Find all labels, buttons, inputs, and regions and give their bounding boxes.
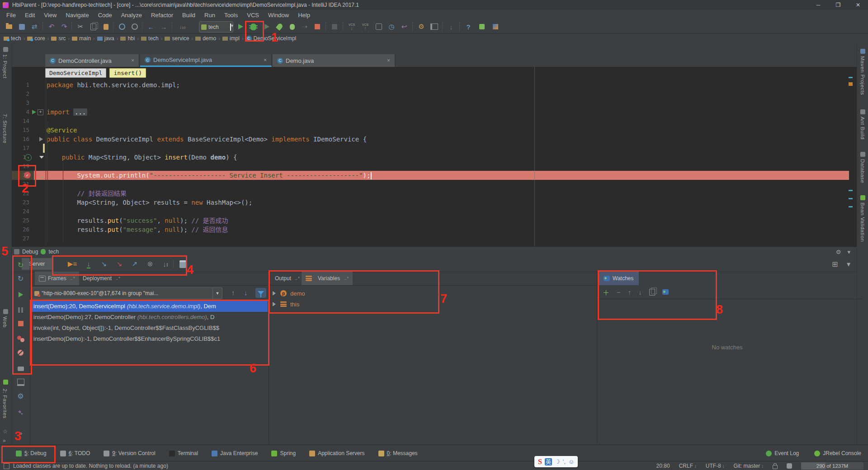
breadcrumb-item[interactable]: tech: [141, 35, 159, 42]
code-line[interactable]: 16public class DemoServiceImpl extends B…: [11, 135, 857, 144]
line-number[interactable]: 26: [11, 225, 29, 234]
menu-code[interactable]: Code: [94, 11, 117, 19]
button-jrebel-console[interactable]: JRebel Console: [814, 450, 861, 456]
menu-run[interactable]: Run: [200, 11, 220, 19]
more-stripe-icon[interactable]: »: [3, 437, 6, 444]
help-icon[interactable]: ?: [463, 21, 474, 32]
menu-view[interactable]: View: [39, 11, 61, 19]
breadcrumb-item[interactable]: demo: [195, 35, 216, 42]
rollback-icon[interactable]: ↩: [399, 21, 410, 32]
menu-build[interactable]: Build: [178, 11, 200, 19]
tool-window-button-todo[interactable]: 6: TODO: [60, 450, 90, 456]
tool-window-button-applicationservers[interactable]: Application Servers: [309, 450, 364, 456]
stripe-button-favorites[interactable]: 2: Favorites: [2, 389, 8, 418]
vcs-commit-icon[interactable]: VCS↑: [360, 21, 371, 32]
line-number[interactable]: 4: [11, 108, 29, 117]
editor-tab[interactable]: CDemoServiceImpl.java×: [140, 54, 272, 67]
run-button[interactable]: [235, 21, 246, 32]
stripe-button-structure[interactable]: 7: Structure: [2, 114, 8, 143]
breadcrumb-item[interactable]: impl: [222, 35, 240, 42]
debug-session-tab[interactable]: tech: [48, 249, 59, 255]
line-number[interactable]: 24: [11, 207, 29, 216]
hector-inspections-icon[interactable]: [787, 463, 792, 469]
restore-layout-icon[interactable]: ⊞: [832, 260, 838, 268]
editor-tab[interactable]: CDemoController.java×: [45, 54, 139, 67]
stop-button[interactable]: [312, 21, 323, 32]
attach-icon[interactable]: ➝: [299, 21, 310, 32]
back-icon[interactable]: ←: [146, 21, 156, 32]
minimize-button[interactable]: ─: [808, 0, 828, 10]
settings-icon[interactable]: ⚙: [416, 21, 427, 32]
overriding-method-icon[interactable]: ↑: [25, 154, 32, 161]
button-event-log[interactable]: Event Log: [766, 450, 799, 456]
jrebel-debug-icon[interactable]: [287, 21, 297, 32]
hide-panel-icon[interactable]: ▾: [847, 249, 850, 255]
close-button[interactable]: ✕: [848, 0, 868, 10]
breadcrumb-item[interactable]: core: [27, 35, 45, 42]
line-number[interactable]: 17: [11, 144, 29, 153]
menu-vcs[interactable]: VCS: [242, 11, 264, 19]
save-icon[interactable]: [16, 21, 27, 32]
vcs-update-icon[interactable]: VCS↓: [346, 21, 357, 32]
editor-tab[interactable]: CDemo.java×: [273, 54, 395, 67]
code-line[interactable]: 1package hbi.tech.service.demo.impl;: [11, 80, 857, 89]
lock-icon[interactable]: [773, 465, 778, 469]
tool-window-button-versioncontrol[interactable]: 9: Version Control: [104, 450, 155, 456]
stripe-button-maven[interactable]: Maven Projects: [860, 56, 865, 95]
ime-punct-icon[interactable]: ’,: [563, 458, 566, 465]
stripe-button-web[interactable]: Web: [2, 316, 8, 328]
code-line[interactable]: 3: [11, 99, 857, 108]
scrollbar-mark[interactable]: [849, 198, 853, 199]
code-line[interactable]: 27: [11, 234, 857, 243]
pin-icon[interactable]: ➴: [11, 406, 30, 418]
line-number[interactable]: 23: [11, 198, 29, 207]
line-number[interactable]: 16: [11, 135, 29, 144]
context-method-chip[interactable]: insert(): [109, 68, 146, 78]
sync-icon[interactable]: ⇄: [29, 21, 40, 32]
code-line[interactable]: 14: [11, 117, 857, 126]
git-branch-select[interactable]: Git: master ↕: [734, 463, 764, 469]
scrollbar-mark[interactable]: [849, 77, 853, 78]
close-icon[interactable]: ×: [264, 57, 267, 63]
line-number[interactable]: 15: [11, 126, 29, 135]
cut-icon[interactable]: ✂: [75, 21, 86, 32]
line-number[interactable]: 27: [11, 234, 29, 243]
menu-help[interactable]: Help: [293, 11, 315, 19]
scrollbar-mark[interactable]: [849, 206, 853, 207]
scrollbar-mark-bookmark[interactable]: [849, 82, 853, 86]
run-configuration-select[interactable]: tech ▼: [199, 21, 233, 33]
memory-indicator[interactable]: 290 of 1237M: [801, 462, 863, 470]
code-line[interactable]: 18↑ public Map<String, Object> insert(De…: [11, 153, 857, 162]
plugin-icon[interactable]: [476, 21, 487, 32]
paste-icon[interactable]: [100, 21, 111, 32]
ime-toolbar[interactable]: S 英 ☽ ’, ☺: [534, 456, 578, 467]
caret-position[interactable]: 20:80: [656, 463, 670, 469]
code-line[interactable]: 22 // 封装返回结果: [11, 189, 857, 198]
stripe-button-bean-validation[interactable]: Bean Validation: [860, 202, 865, 242]
code-line[interactable]: 17: [11, 144, 857, 153]
menu-edit[interactable]: Edit: [20, 11, 39, 19]
fold-expand-icon[interactable]: +: [38, 109, 43, 115]
encoding-select[interactable]: UTF-8 ↕: [706, 463, 725, 469]
code-line[interactable]: 4+import ...: [11, 108, 857, 117]
maximize-button[interactable]: ❐: [828, 0, 848, 10]
ime-emoji-icon[interactable]: ☺: [568, 458, 574, 465]
menu-file[interactable]: File: [2, 11, 20, 19]
tool-window-button-spring[interactable]: Spring: [271, 450, 296, 456]
project-structure-icon[interactable]: [429, 21, 439, 32]
breadcrumb-item[interactable]: hbi: [120, 35, 135, 42]
find-icon[interactable]: [117, 21, 127, 32]
menu-tools[interactable]: Tools: [220, 11, 242, 19]
code-editor[interactable]: DemoServiceImpl insert() 1package hbi.te…: [11, 67, 857, 246]
breadcrumb-item[interactable]: service: [165, 35, 189, 42]
fold-arrow-icon[interactable]: [39, 137, 43, 141]
code-line[interactable]: 25 results.put("success", null); // 是否成功: [11, 216, 857, 225]
tool-window-button-javaenterprise[interactable]: Java Enterprise: [212, 450, 258, 456]
scrollbar-mark[interactable]: [849, 190, 853, 191]
forward-icon[interactable]: →: [158, 21, 169, 32]
code-line[interactable]: 21: [11, 180, 857, 189]
line-ending-select[interactable]: CRLF ↕: [679, 463, 697, 469]
redo-icon[interactable]: ↷: [59, 21, 70, 32]
code-line[interactable]: 19: [11, 162, 857, 171]
jetbrains-icon[interactable]: [490, 21, 501, 32]
